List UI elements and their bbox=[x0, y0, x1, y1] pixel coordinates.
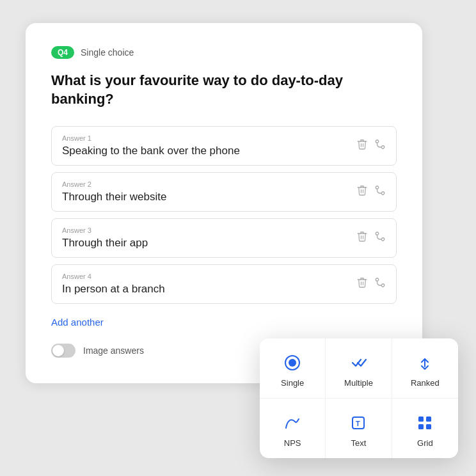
question-title: What is your favourite way to do day-to-… bbox=[51, 72, 397, 108]
multiple-icon bbox=[348, 353, 369, 373]
add-another-button[interactable]: Add another bbox=[51, 317, 104, 328]
single-icon bbox=[282, 353, 303, 373]
svg-text:T: T bbox=[356, 420, 360, 427]
text-label: Text bbox=[351, 438, 367, 448]
svg-point-9 bbox=[289, 359, 296, 367]
single-label: Single bbox=[281, 378, 304, 388]
ranked-label: Ranked bbox=[411, 378, 440, 388]
delete-icon[interactable] bbox=[356, 231, 368, 246]
answers-list: Answer 1 Speaking to the bank over the p… bbox=[51, 126, 397, 304]
answer-label: Answer 1 bbox=[62, 134, 386, 142]
answer-item: Answer 4 In person at a branch bbox=[51, 264, 397, 304]
image-answers-label: Image answers bbox=[83, 345, 144, 356]
svg-point-4 bbox=[381, 238, 385, 241]
branch-icon[interactable] bbox=[374, 139, 386, 154]
delete-icon[interactable] bbox=[356, 185, 368, 200]
answer-text: Through their website bbox=[62, 191, 386, 203]
question-header: Q4 Single choice bbox=[51, 46, 397, 59]
popup-item-single[interactable]: Single bbox=[260, 338, 326, 399]
answer-item: Answer 3 Through their app bbox=[51, 218, 397, 258]
branch-icon[interactable] bbox=[374, 277, 386, 292]
text-icon: T bbox=[348, 413, 369, 433]
question-type-label: Single choice bbox=[81, 47, 134, 58]
svg-point-1 bbox=[376, 140, 379, 143]
svg-point-3 bbox=[376, 186, 379, 189]
branch-icon[interactable] bbox=[374, 231, 386, 246]
branch-icon[interactable] bbox=[374, 185, 386, 200]
svg-point-0 bbox=[381, 146, 385, 149]
image-answers-toggle[interactable] bbox=[51, 344, 75, 358]
answer-text: Through their app bbox=[62, 237, 386, 250]
svg-rect-13 bbox=[426, 416, 431, 422]
answer-actions bbox=[356, 185, 386, 200]
answer-actions bbox=[356, 139, 386, 154]
svg-rect-15 bbox=[426, 424, 431, 429]
nps-icon bbox=[282, 413, 303, 433]
answer-actions bbox=[356, 231, 386, 246]
svg-rect-14 bbox=[418, 424, 424, 429]
popup-item-ranked[interactable]: Ranked bbox=[392, 338, 458, 399]
grid-label: Grid bbox=[417, 438, 433, 448]
answer-type-popup: Single Multiple Ranked NPS T Text bbox=[260, 338, 458, 458]
answer-item: Answer 2 Through their website bbox=[51, 172, 397, 212]
answer-type-grid: Single Multiple Ranked NPS T Text bbox=[260, 338, 458, 458]
svg-point-2 bbox=[381, 192, 385, 195]
answer-text: Speaking to the bank over the phone bbox=[62, 145, 386, 157]
answer-label: Answer 2 bbox=[62, 180, 386, 188]
nps-label: NPS bbox=[284, 438, 301, 448]
main-card: Q4 Single choice What is your favourite … bbox=[26, 23, 422, 383]
svg-rect-12 bbox=[418, 416, 424, 422]
answer-label: Answer 3 bbox=[62, 226, 386, 234]
multiple-label: Multiple bbox=[344, 378, 373, 388]
answer-label: Answer 4 bbox=[62, 273, 386, 280]
delete-icon[interactable] bbox=[356, 139, 368, 154]
grid-icon bbox=[415, 413, 435, 433]
svg-point-6 bbox=[381, 284, 385, 287]
popup-item-nps[interactable]: NPS bbox=[260, 399, 326, 458]
answer-text: In person at a branch bbox=[62, 283, 386, 296]
popup-item-grid[interactable]: Grid bbox=[392, 399, 458, 458]
answer-actions bbox=[356, 277, 386, 292]
answer-item: Answer 1 Speaking to the bank over the p… bbox=[51, 126, 397, 166]
popup-item-multiple[interactable]: Multiple bbox=[326, 338, 392, 399]
question-badge: Q4 bbox=[51, 46, 74, 59]
svg-point-5 bbox=[376, 232, 379, 235]
ranked-icon bbox=[415, 353, 435, 373]
delete-icon[interactable] bbox=[356, 277, 368, 292]
svg-point-7 bbox=[376, 278, 379, 282]
popup-item-text[interactable]: T Text bbox=[326, 399, 392, 458]
